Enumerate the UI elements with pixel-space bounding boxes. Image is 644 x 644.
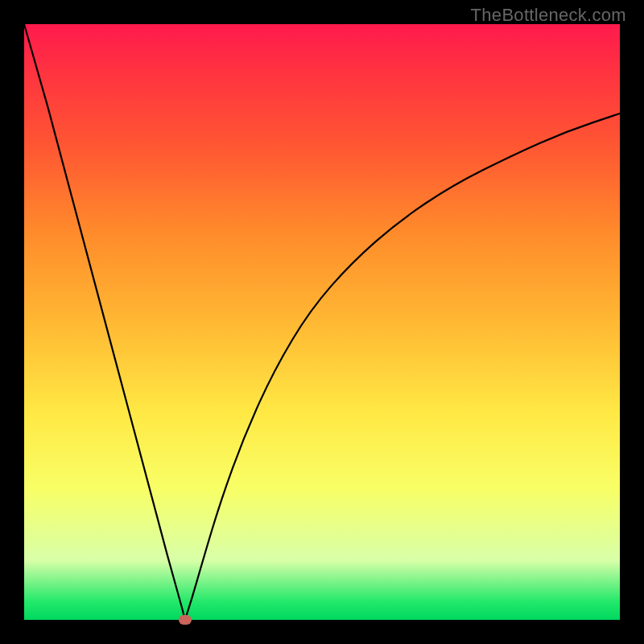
chart-frame: TheBottleneck.com [0,0,644,644]
curve-left [24,24,185,620]
curve-right [185,114,620,620]
curve-svg [24,24,620,620]
plot-area [24,24,620,620]
minimum-marker [179,615,192,625]
watermark-text: TheBottleneck.com [471,5,626,26]
